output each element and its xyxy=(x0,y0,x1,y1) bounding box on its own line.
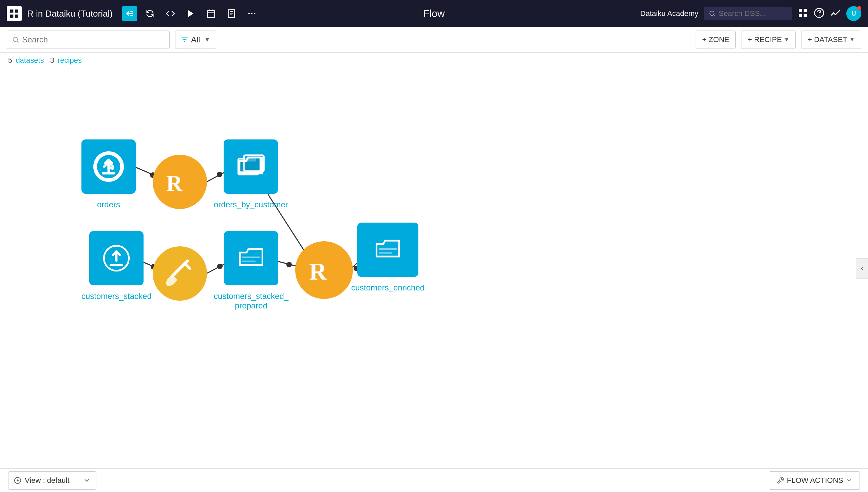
customers-stacked-icon xyxy=(89,231,144,285)
svg-point-7 xyxy=(254,13,256,15)
customers-enriched-icon xyxy=(357,223,418,277)
r-recipe-1-icon: R xyxy=(153,155,207,209)
svg-rect-37 xyxy=(379,248,397,250)
add-recipe-button[interactable]: + RECIPE ▼ xyxy=(741,31,796,49)
analytics-icon[interactable] xyxy=(830,7,841,20)
svg-point-5 xyxy=(248,13,250,15)
bottom-bar: View : default FLOW ACTIONS xyxy=(0,468,868,492)
view-label: View : default xyxy=(25,476,70,485)
add-dataset-button[interactable]: + DATASET ▼ xyxy=(801,31,861,49)
apps-icon[interactable] xyxy=(797,7,808,20)
user-avatar[interactable]: U xyxy=(846,6,861,21)
project-title: R in Dataiku (Tutorial) xyxy=(27,8,113,19)
svg-text:R: R xyxy=(309,258,327,285)
r-recipe-1-node[interactable]: R xyxy=(153,155,207,209)
customers-enriched-label: customers_enriched xyxy=(351,283,424,292)
code-nav-btn[interactable] xyxy=(163,6,178,21)
academy-link[interactable]: Dataiku Academy xyxy=(640,9,698,18)
orders-by-customer-icon xyxy=(224,139,278,194)
svg-marker-2 xyxy=(188,10,193,17)
view-selector-dropdown[interactable]: View : default xyxy=(8,471,96,490)
svg-rect-38 xyxy=(379,252,392,254)
notebook-nav-btn[interactable] xyxy=(224,6,239,21)
recipe-dropdown-icon: ▼ xyxy=(784,37,789,43)
app-logo[interactable] xyxy=(7,6,22,21)
more-nav-btn[interactable] xyxy=(244,6,259,21)
add-zone-button[interactable]: + ZONE xyxy=(696,31,736,49)
customers-stacked-prepared-icon xyxy=(224,231,278,285)
nav-right-icons: U xyxy=(797,6,861,21)
svg-rect-10 xyxy=(804,9,807,12)
customers-stacked-node[interactable]: customers_stacked xyxy=(81,231,152,301)
svg-rect-35 xyxy=(242,261,256,262)
schedule-nav-btn[interactable] xyxy=(204,6,219,21)
prepare-recipe-node[interactable] xyxy=(153,246,207,301)
top-nav: R in Dataiku (Tutorial) Flow Dataiku Aca… xyxy=(0,0,868,27)
flow-canvas[interactable]: orders R orders_by_cus xyxy=(0,68,868,468)
prepare-recipe-icon xyxy=(153,246,207,301)
svg-point-6 xyxy=(251,13,253,15)
customers-stacked-prepared-label: customers_stacked_prepared xyxy=(214,291,288,310)
toolbar: All ▼ + ZONE + RECIPE ▼ + DATASET ▼ xyxy=(0,27,868,53)
svg-text:R: R xyxy=(166,171,183,195)
flow-actions-button[interactable]: FLOW ACTIONS xyxy=(769,471,860,490)
filter-chevron-icon: ▼ xyxy=(204,36,210,43)
dataset-dropdown-icon: ▼ xyxy=(849,37,855,43)
main-content: All ▼ + ZONE + RECIPE ▼ + DATASET ▼ 5 da… xyxy=(0,27,868,492)
svg-rect-34 xyxy=(242,257,260,258)
orders-node[interactable]: orders xyxy=(81,139,136,209)
datasets-link[interactable]: datasets xyxy=(16,56,44,64)
datasets-count: 5 xyxy=(8,56,12,64)
r-recipe-2-icon: R xyxy=(295,241,353,299)
customers-stacked-prepared-node[interactable]: customers_stacked_prepared xyxy=(214,231,288,310)
customers-enriched-node[interactable]: customers_enriched xyxy=(351,223,424,292)
flow-stats: 5 datasets 3 recipes xyxy=(0,53,868,68)
orders-by-customer-label: orders_by_customer xyxy=(214,200,288,209)
recipes-link[interactable]: recipes xyxy=(58,56,82,64)
svg-rect-3 xyxy=(207,11,214,18)
help-icon[interactable] xyxy=(814,7,825,20)
flow-search-box[interactable] xyxy=(7,31,170,49)
r-recipe-2-node[interactable]: R xyxy=(295,241,353,299)
flow-actions-label: FLOW ACTIONS xyxy=(787,476,843,485)
flow-tab-label: Flow xyxy=(423,8,445,19)
flow-nav-btn[interactable] xyxy=(122,6,137,21)
run-nav-btn[interactable] xyxy=(183,6,198,21)
svg-rect-4 xyxy=(228,10,235,17)
recipes-count: 3 xyxy=(50,56,54,64)
global-search-input[interactable] xyxy=(719,9,780,18)
orders-by-customer-node[interactable]: orders_by_customer xyxy=(214,139,288,209)
svg-rect-11 xyxy=(799,14,802,17)
flow-search-input[interactable] xyxy=(22,35,165,44)
notification-dot xyxy=(857,6,861,10)
svg-rect-9 xyxy=(799,9,802,12)
orders-icon xyxy=(81,139,136,194)
filter-label: All xyxy=(191,35,200,44)
customers-stacked-label: customers_stacked xyxy=(81,291,152,301)
filter-dropdown[interactable]: All ▼ xyxy=(175,31,216,49)
sidebar-toggle-btn[interactable] xyxy=(856,258,868,279)
svg-rect-12 xyxy=(804,14,807,17)
global-search[interactable] xyxy=(704,7,792,20)
svg-point-40 xyxy=(17,479,19,481)
orders-label: orders xyxy=(97,200,120,209)
refresh-nav-btn[interactable] xyxy=(143,6,157,21)
